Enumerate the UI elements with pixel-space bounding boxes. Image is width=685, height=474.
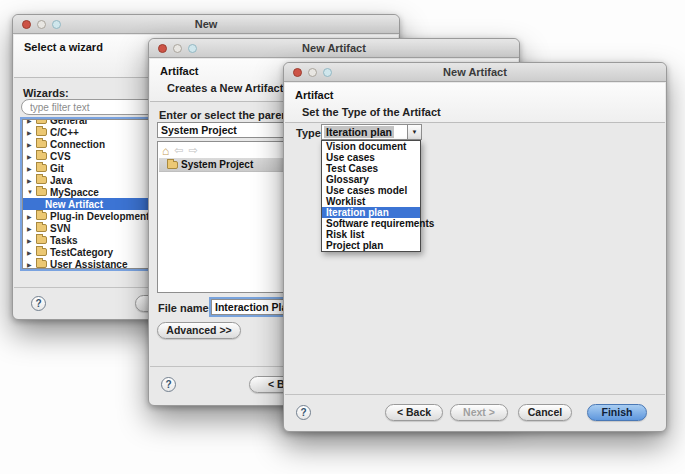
back-button[interactable]: < Back: [385, 404, 443, 421]
tree-toolbar: ⌂ ⇦ ⇨: [162, 144, 198, 157]
forward-arrow-icon[interactable]: ⇨: [188, 144, 197, 157]
type-option[interactable]: Glossary: [322, 174, 420, 185]
desktop: New Select a wizard Wizards: ▶General▶C/…: [0, 0, 685, 474]
chevron-down-icon[interactable]: ▼: [27, 189, 36, 195]
titlebar[interactable]: New: [13, 15, 399, 34]
chevron-right-icon[interactable]: ▶: [27, 249, 36, 256]
type-combo[interactable]: Iteration plan: [321, 124, 408, 140]
tree-item-label: TestCategory: [50, 247, 113, 258]
chevron-right-icon[interactable]: ▶: [27, 119, 36, 124]
folder-icon: [36, 152, 47, 160]
type-option[interactable]: Software requirements: [322, 218, 420, 229]
folder-icon: [36, 260, 47, 268]
tree-item-label: SVN: [50, 223, 71, 234]
banner-title: Artifact: [295, 89, 334, 101]
tree-item-label: CVS: [50, 151, 71, 162]
tree-item-label: New Artifact: [45, 199, 103, 210]
banner-title: Artifact: [160, 65, 199, 77]
chevron-right-icon[interactable]: ▶: [27, 213, 36, 220]
tree-item-label: Git: [50, 163, 64, 174]
folder-icon: [36, 212, 47, 220]
tree-item-label: System Project: [181, 159, 253, 170]
folder-icon: [36, 176, 47, 184]
help-button[interactable]: ?: [31, 296, 46, 311]
type-dropdown-button[interactable]: ▼: [407, 124, 422, 140]
type-dropdown-list[interactable]: Vision documentUse casesTest CasesGlossa…: [321, 140, 421, 252]
window-title: New Artifact: [284, 66, 666, 78]
folder-icon: [36, 224, 47, 232]
back-arrow-icon[interactable]: ⇦: [174, 144, 183, 157]
chevron-right-icon[interactable]: ▶: [27, 153, 36, 160]
home-icon[interactable]: ⌂: [162, 146, 169, 156]
type-option[interactable]: Use cases: [322, 152, 420, 163]
window-title: New: [13, 18, 399, 30]
file-name-label: File name:: [158, 302, 212, 314]
tree-item-label: Plug-in Development: [50, 211, 149, 222]
next-button[interactable]: Next >: [450, 404, 508, 421]
folder-icon: [36, 164, 47, 172]
folder-icon: [167, 161, 178, 169]
titlebar[interactable]: New Artifact: [149, 39, 519, 58]
chevron-right-icon[interactable]: ▶: [27, 141, 36, 148]
tree-item-label: Tasks: [50, 235, 78, 246]
chevron-right-icon[interactable]: ▶: [27, 237, 36, 244]
type-option[interactable]: Use cases model: [322, 185, 420, 196]
tree-item-label: MySpacce: [50, 187, 99, 198]
type-option[interactable]: Iteration plan: [322, 207, 420, 218]
type-option[interactable]: Project plan: [322, 240, 420, 251]
tree-item-label: C/C++: [50, 127, 79, 138]
folder-icon: [36, 236, 47, 244]
help-button[interactable]: ?: [161, 377, 176, 392]
tree-item-label: User Assistance: [50, 259, 127, 270]
wizard-banner: Artifact Set the Type of the Artifact: [285, 83, 665, 123]
wizards-label: Wizards:: [23, 87, 69, 99]
folder-icon: [36, 128, 47, 136]
banner-subtitle: Creates a New Artifact: [167, 82, 283, 94]
type-option[interactable]: Vision document: [322, 141, 420, 152]
type-option[interactable]: Risk list: [322, 229, 420, 240]
folder-icon: [36, 140, 47, 148]
chevron-right-icon[interactable]: ▶: [27, 129, 36, 136]
window-title: New Artifact: [149, 42, 519, 54]
chevron-right-icon[interactable]: ▶: [27, 261, 36, 268]
folder-icon: [36, 248, 47, 256]
folder-icon: [36, 188, 47, 196]
advanced-button[interactable]: Advanced >>: [157, 322, 241, 339]
chevron-right-icon[interactable]: ▶: [27, 165, 36, 172]
type-option[interactable]: Test Cases: [322, 163, 420, 174]
finish-button[interactable]: Finish: [587, 404, 647, 421]
chevron-right-icon[interactable]: ▶: [27, 225, 36, 232]
cancel-button[interactable]: Cancel: [518, 404, 572, 421]
new-artifact-type-window: New Artifact Artifact Set the Type of th…: [283, 62, 667, 432]
banner-subtitle: Set the Type of the Artifact: [302, 106, 441, 118]
banner-title: Select a wizard: [24, 41, 103, 53]
type-option[interactable]: Worklist: [322, 196, 420, 207]
tree-item-label: Connection: [50, 139, 105, 150]
tree-item-label: Java: [50, 175, 72, 186]
folder-icon: [36, 119, 47, 124]
help-button[interactable]: ?: [296, 405, 311, 420]
type-combo-value: Iteration plan: [324, 126, 394, 138]
titlebar[interactable]: New Artifact: [284, 63, 666, 82]
chevron-right-icon[interactable]: ▶: [27, 177, 36, 184]
tree-item-label: General: [50, 119, 87, 126]
